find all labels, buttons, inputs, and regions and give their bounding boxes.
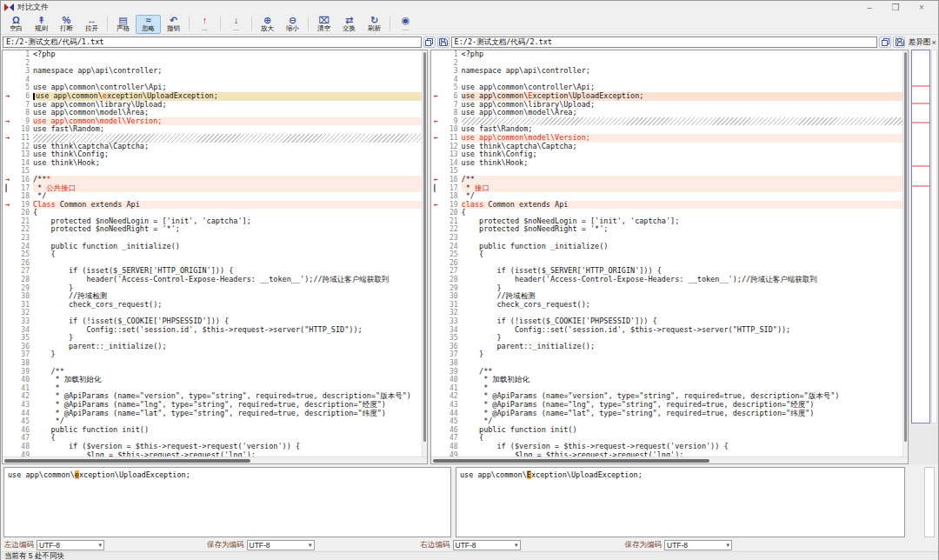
- code-line[interactable]: 42 * @ApiParams (name="version", type="s…: [3, 392, 422, 401]
- code-line[interactable]: 5use app\common\controller\Api;: [3, 83, 422, 92]
- toolbar-button-whitespace[interactable]: Ω空白: [3, 15, 29, 34]
- toolbar-button-more[interactable]: ◉…: [393, 15, 418, 34]
- code-line[interactable]: 39 /**: [431, 368, 902, 377]
- toolbar-button-ignore[interactable]: ≈忽略: [136, 15, 161, 34]
- code-line[interactable]: 38: [3, 359, 422, 368]
- code-line[interactable]: 34 Config::set('session.id', $this->requ…: [3, 326, 422, 335]
- code-line[interactable]: 35 }: [431, 334, 902, 343]
- right-copy-path-button[interactable]: [879, 37, 891, 48]
- code-line[interactable]: 5use app\common\controller\Api;: [431, 83, 902, 92]
- code-line[interactable]: 28 header('Access-Control-Expose-Headers…: [3, 276, 422, 284]
- code-line[interactable]: 24 public function _initialize(): [431, 243, 902, 251]
- code-line[interactable]: 46 public function init(): [3, 426, 422, 435]
- toolbar-button-zoom-out[interactable]: ⊖缩小: [280, 15, 305, 34]
- code-line[interactable]: 12use think\captcha\Captcha;: [3, 143, 422, 151]
- code-line[interactable]: 15: [3, 167, 422, 176]
- code-line[interactable]: 22 protected $noNeedRight = '*';: [3, 225, 422, 234]
- code-line[interactable]: 14use think\Hook;: [3, 159, 422, 168]
- toolbar-button-rules[interactable]: ↟规则: [29, 15, 54, 34]
- code-line[interactable]: 1<?php: [431, 50, 902, 59]
- code-line[interactable]: 26: [431, 259, 902, 268]
- minimize-button[interactable]: –: [856, 2, 882, 14]
- code-line[interactable]: 2: [3, 59, 422, 68]
- right-code-rows[interactable]: 1<?php23namespace app\api\controller;45u…: [431, 50, 902, 457]
- code-line[interactable]: 13use think\Config;: [431, 150, 902, 159]
- code-line[interactable]: →11: [3, 134, 422, 143]
- toolbar-button-clear[interactable]: ⌧清空: [311, 15, 336, 34]
- toolbar-button-next-diff[interactable]: ↓…: [223, 15, 249, 34]
- code-line[interactable]: 33 if (!isset($_COOKIE['PHPSESSID'])) {: [431, 317, 902, 326]
- maximize-button[interactable]: ❐: [882, 2, 909, 14]
- left-vertical-scrollbar[interactable]: [422, 50, 427, 457]
- code-line[interactable]: 2: [431, 59, 902, 68]
- code-line[interactable]: 25 {: [431, 250, 902, 259]
- left-diff-detail-box[interactable]: use app\common\exception\UploadException…: [3, 467, 451, 537]
- code-line[interactable]: 32: [3, 309, 422, 317]
- code-line[interactable]: 10use fast\Random;: [3, 125, 422, 134]
- code-line[interactable]: →16/***: [3, 176, 422, 184]
- code-line[interactable]: 29 }: [431, 284, 902, 293]
- code-line[interactable]: 25 {: [3, 250, 422, 259]
- code-line[interactable]: 31 check_cors_request();: [3, 301, 422, 310]
- code-line[interactable]: 18 */: [3, 192, 422, 201]
- code-line[interactable]: →19Class Common extends Api: [3, 201, 422, 210]
- code-line[interactable]: 45 */: [431, 417, 902, 426]
- code-line[interactable]: ▎17 * 公共接口: [3, 184, 422, 193]
- toolbar-button-undo[interactable]: ↶撤销: [161, 15, 186, 34]
- right-vertical-scrollbar-thumb[interactable]: [904, 52, 907, 442]
- code-line[interactable]: 42 * @ApiParams (name="version", type="s…: [431, 392, 902, 401]
- toolbar-button-strict[interactable]: ▤严格: [110, 15, 136, 34]
- code-line[interactable]: 23: [3, 234, 422, 243]
- code-line[interactable]: 8use app\common\model\Area;: [3, 109, 422, 117]
- left-file-path-input[interactable]: [3, 37, 422, 48]
- code-line[interactable]: 40 * 加载初始化: [431, 376, 902, 384]
- code-line[interactable]: 44 * @ApiParams (name="lat", type="strin…: [3, 410, 422, 418]
- code-line[interactable]: 37 }: [3, 350, 422, 359]
- left-save-encoding-select[interactable]: UTF-8 ▾: [247, 540, 315, 550]
- code-line[interactable]: 41 *: [3, 384, 422, 393]
- toolbar-button-swap[interactable]: ⇄交换: [336, 15, 362, 34]
- left-copy-path-button[interactable]: [423, 37, 436, 48]
- code-line[interactable]: 27 if (isset($_SERVER['HTTP_ORIGIN'])) {: [3, 267, 422, 276]
- right-save-encoding-select[interactable]: UTF-8 ▾: [664, 540, 732, 550]
- code-line[interactable]: ▎17 * 接口: [431, 184, 902, 193]
- code-line[interactable]: 34 Config::set('session.id', $this->requ…: [431, 326, 902, 335]
- code-line[interactable]: 33 if (!isset($_COOKIE['PHPSESSID'])) {: [3, 317, 422, 326]
- code-line[interactable]: 14use think\Hook;: [431, 159, 902, 168]
- code-line[interactable]: 36 parent::_initialize();: [3, 343, 422, 351]
- diff-map-strip[interactable]: [911, 50, 930, 423]
- code-line[interactable]: 4: [431, 76, 902, 84]
- toolbar-button-break[interactable]: %打断: [54, 15, 79, 34]
- code-line[interactable]: 27 if (isset($_SERVER['HTTP_ORIGIN'])) {: [431, 267, 902, 276]
- right-save-file-button[interactable]: [893, 37, 905, 48]
- code-line[interactable]: 30 //跨域检测: [431, 292, 902, 301]
- code-line[interactable]: 12use think\captcha\Captcha;: [431, 143, 902, 151]
- code-line[interactable]: 23: [431, 234, 902, 243]
- code-line[interactable]: 7use app\common\library\Upload;: [431, 101, 902, 110]
- toolbar-button-pull-apart[interactable]: ↔拉开: [79, 15, 104, 34]
- code-line[interactable]: 40 * 加载初始化: [3, 376, 422, 384]
- toolbar-button-refresh[interactable]: ↻刷新: [362, 15, 387, 34]
- left-horizontal-scrollbar[interactable]: [3, 457, 427, 463]
- code-line[interactable]: 38: [431, 359, 902, 368]
- code-line[interactable]: 10use fast\Random;: [431, 125, 902, 134]
- code-line[interactable]: 47 {: [3, 434, 422, 443]
- code-line[interactable]: 28 header('Access-Control-Expose-Headers…: [431, 276, 902, 284]
- code-line[interactable]: 20{: [3, 209, 422, 217]
- left-vertical-scrollbar-thumb[interactable]: [423, 52, 426, 442]
- toolbar-button-prev-diff[interactable]: ↑…: [192, 15, 217, 34]
- code-line[interactable]: →9use app\common\model\Version;: [3, 117, 422, 126]
- code-line[interactable]: 24 public function _initialize(): [3, 243, 422, 251]
- right-file-path-input[interactable]: [451, 37, 878, 48]
- code-line[interactable]: 41 *: [431, 384, 902, 393]
- toolbar-button-zoom-in[interactable]: ⊕放大: [255, 15, 280, 34]
- code-line[interactable]: 45 */: [3, 417, 422, 426]
- code-line[interactable]: 18 */: [431, 192, 902, 201]
- left-code-rows[interactable]: 1<?php23namespace app\api\controller;45u…: [3, 50, 422, 457]
- code-line[interactable]: 4: [3, 76, 422, 84]
- right-vertical-scrollbar[interactable]: [902, 50, 908, 457]
- code-line[interactable]: ←11use app\common\model\Version;: [431, 134, 902, 143]
- code-line[interactable]: 48 if ($version = $this->request->reques…: [3, 443, 422, 451]
- code-line[interactable]: 47 {: [431, 434, 902, 443]
- code-line[interactable]: 44 * @ApiParams (name="lat", type="strin…: [431, 410, 902, 418]
